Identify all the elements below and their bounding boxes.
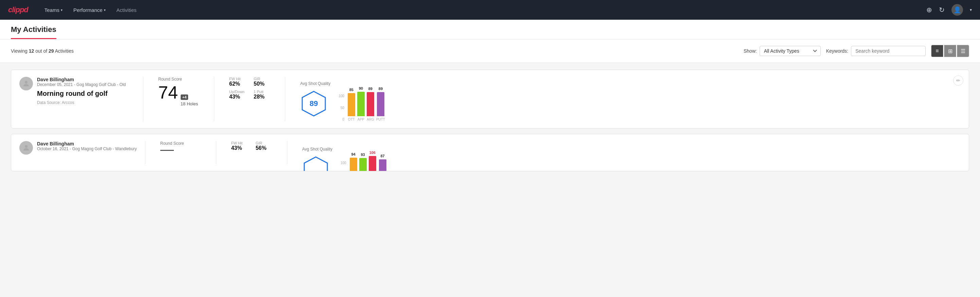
- round-score-label: Round Score: [160, 141, 201, 146]
- bar-app: 93 APP: [359, 153, 367, 171]
- player-name: Dave Billingham: [37, 141, 137, 147]
- card-left: Dave Billingham October 16, 2021 - Gog M…: [19, 141, 137, 155]
- logo[interactable]: clippd: [8, 5, 28, 14]
- view-toggle: ≡ ⊞ ☰: [931, 45, 969, 57]
- bar-putt: 89 PUTT: [376, 87, 385, 121]
- page-title: My Activities: [11, 25, 56, 39]
- stats-section: FW Hit 62% GIR 50% Up/Down 43% 1 Putt 28…: [223, 77, 277, 100]
- shot-quality-chart: 100 50 0 85 OTT 90 APP 89: [339, 86, 385, 121]
- compact-view-button[interactable]: ☰: [957, 45, 969, 57]
- user-chevron-icon[interactable]: ▾: [970, 8, 972, 12]
- stats-grid: FW Hit 62% GIR 50% Up/Down 43% 1 Putt 28…: [229, 77, 270, 100]
- add-icon[interactable]: ⊕: [926, 6, 932, 14]
- divider: [145, 141, 145, 164]
- stat-fw-hit: FW Hit 43%: [231, 141, 248, 151]
- keywords-filter: Keywords:: [826, 46, 926, 56]
- viewing-count: Viewing 12 out of 29 Activities: [11, 48, 738, 54]
- filter-bar: Viewing 12 out of 29 Activities Show: Al…: [0, 40, 980, 63]
- nav-item-teams[interactable]: Teams ▾: [45, 7, 62, 13]
- list-view-button[interactable]: ≡: [931, 45, 943, 57]
- svg-marker-3: [304, 157, 327, 172]
- nav-actions: ⊕ ↻ 👤 ▾: [926, 4, 972, 16]
- quality-hexagon: 89: [300, 90, 327, 117]
- divider: [216, 141, 216, 164]
- divider: [287, 141, 287, 164]
- nav-item-activities[interactable]: Activities: [116, 7, 137, 13]
- activity-card: ✏ Dave Billingham December 05, 2021 - Go…: [11, 70, 969, 128]
- svg-point-0: [25, 81, 27, 84]
- stats-section: FW Hit 43% GIR 56%: [224, 141, 279, 151]
- quality-hexagon: [302, 156, 329, 172]
- card-date: October 16, 2021 - Gog Magog Golf Club -…: [37, 147, 137, 151]
- stat-1putt: 1 Putt 28%: [254, 90, 270, 100]
- activity-type-filter: Show: All Activity Types: [744, 46, 821, 56]
- bar-arg: 106 ARG: [369, 150, 376, 171]
- divider: [285, 77, 285, 121]
- chevron-down-icon: ▾: [61, 8, 62, 12]
- card-date: December 05, 2021 - Gog Magog Golf Club …: [37, 82, 126, 87]
- avatar: [19, 77, 33, 90]
- score-value: 74: [158, 84, 178, 101]
- holes-count: 18 Holes: [181, 101, 198, 106]
- bar-ott: 85 OTT: [348, 88, 355, 121]
- grid-view-button[interactable]: ⊞: [944, 45, 956, 57]
- quality-score: 89: [310, 99, 318, 108]
- search-input[interactable]: [851, 46, 926, 56]
- nav-item-performance[interactable]: Performance ▾: [73, 7, 106, 13]
- stat-gir: GIR 56%: [256, 141, 272, 151]
- divider: [143, 77, 143, 121]
- stats-grid: FW Hit 43% GIR 56%: [231, 141, 272, 151]
- bar-arg: 89 ARG: [367, 87, 374, 121]
- user-avatar[interactable]: 👤: [951, 4, 963, 16]
- round-score-section: Round Score 74 +4 18 Holes: [151, 77, 206, 106]
- score-badge: +4: [181, 94, 188, 100]
- stat-updown: Up/Down 43%: [229, 90, 245, 100]
- stat-fw-hit: FW Hit 62%: [229, 77, 245, 87]
- bar-ott: 94 OTT: [350, 152, 357, 171]
- edit-button[interactable]: ✏: [953, 75, 963, 86]
- page-header: My Activities: [0, 20, 980, 40]
- svg-point-2: [25, 145, 27, 148]
- card-title: Morning round of golf: [37, 90, 126, 97]
- quality-section: Avg Shot Quality 89 100 50 0 85: [293, 77, 392, 121]
- round-score-section: Round Score: [153, 141, 208, 151]
- bar-putt: 87 PUTT: [378, 154, 387, 171]
- quality-label: Avg Shot Quality: [302, 147, 332, 152]
- chevron-down-icon: ▾: [104, 8, 106, 12]
- shot-quality-chart: 100 50 0 94 OTT 93 APP 106 ARG: [340, 150, 387, 171]
- quality-section: Avg Shot Quality 100 50 0 94 OTT: [296, 141, 394, 171]
- bar-app: 90 APP: [357, 86, 365, 121]
- activity-card: Dave Billingham October 16, 2021 - Gog M…: [11, 134, 969, 171]
- refresh-icon[interactable]: ↻: [939, 6, 945, 14]
- stat-gir: GIR 50%: [254, 77, 270, 87]
- activities-list: ✏ Dave Billingham December 05, 2021 - Go…: [0, 63, 980, 178]
- activity-type-select[interactable]: All Activity Types: [760, 46, 821, 56]
- avatar: [19, 141, 33, 155]
- divider: [214, 77, 214, 121]
- navbar: clippd Teams ▾ Performance ▾ Activities …: [0, 0, 980, 20]
- round-score-label: Round Score: [158, 77, 199, 81]
- card-left: Dave Billingham December 05, 2021 - Gog …: [19, 77, 135, 105]
- quality-label: Avg Shot Quality: [300, 81, 330, 86]
- card-source: Data Source: Arccos: [37, 100, 126, 105]
- player-name: Dave Billingham: [37, 77, 126, 82]
